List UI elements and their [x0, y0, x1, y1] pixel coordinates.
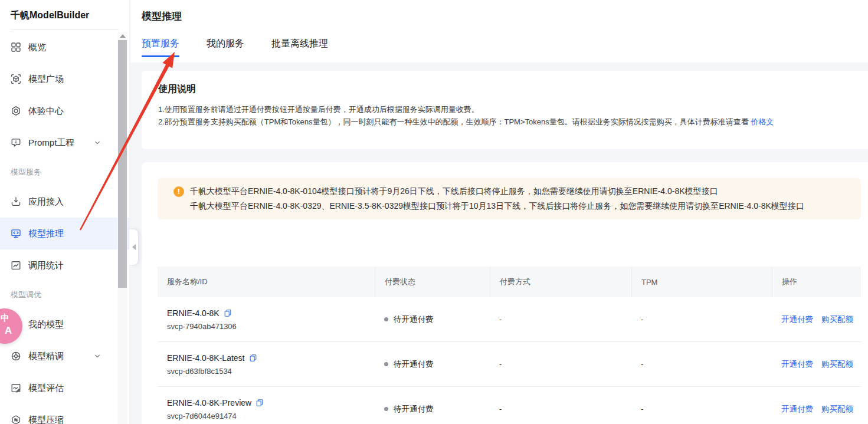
service-name: ERNIE-4.0-8K-Latest	[167, 353, 245, 363]
notice-line: 千帆大模型平台ERNIE-4.0-8K-0329、ERNIE-3.5-8K-03…	[190, 199, 851, 213]
row-actions: 开通付费购买配额	[772, 314, 861, 325]
table-header-row: 服务名称/ID付费状态付费方式TPM操作	[158, 267, 861, 297]
sidebar-item-app-access[interactable]: 应用接入	[0, 186, 129, 218]
table-column-header: 付费状态	[375, 267, 490, 297]
services-table: 服务名称/ID付费状态付费方式TPM操作 ERNIE-4.0-8K svcp-7…	[158, 267, 861, 424]
sidebar-scrollbar[interactable]	[117, 32, 127, 424]
usage-line-1: 1.使用预置服务前请通过开通付费按钮开通按量后付费，开通成功后根据服务实际调用量…	[158, 103, 856, 116]
sidebar-item-label: 模型广场	[28, 74, 64, 85]
app-access-icon	[11, 196, 21, 207]
action-link[interactable]: 开通付费	[781, 314, 813, 325]
page-header: 模型推理 预置服务我的服务批量离线推理	[130, 0, 868, 63]
sidebar-item-experience-center[interactable]: 体验中心	[0, 95, 129, 127]
table-column-header: 付费方式	[490, 267, 631, 297]
sidebar-section-label: 模型服务	[0, 159, 129, 186]
tpm-value: -	[631, 360, 772, 369]
call-stats-icon	[11, 260, 21, 271]
sidebar-item-overview-grid[interactable]: 概览	[0, 31, 129, 63]
status-dot-icon	[384, 362, 388, 366]
translate-zh-label: 中	[1, 313, 9, 324]
payment-method: -	[490, 315, 631, 324]
scroll-up-icon	[120, 34, 126, 38]
service-id: svcp-7d6044e91474	[167, 412, 375, 420]
service-id: svcp-d63fbf8c1534	[167, 367, 375, 376]
chevron-down-icon	[94, 139, 101, 146]
action-link[interactable]: 购买配额	[821, 314, 853, 325]
row-actions: 开通付费购买配额	[772, 404, 861, 415]
sidebar-item-label: 模型评估	[28, 383, 64, 394]
usage-line-2-text: 2.部分预置服务支持购买配额（TPM和Tokens量包），同一时刻只能有一种生效…	[158, 117, 751, 126]
deprecation-notice-banner: ! 千帆大模型平台ERNIE-4.0-8K-0104模型接口预计将于9月26日下…	[158, 178, 861, 219]
table-column-header: 操作	[772, 267, 861, 297]
finetune-icon	[11, 351, 21, 361]
pricing-doc-link[interactable]: 价格文	[751, 117, 774, 126]
scrollbar-thumb[interactable]	[118, 40, 127, 288]
tab-1[interactable]: 预置服务	[142, 37, 179, 57]
notice-line: 千帆大模型平台ERNIE-4.0-8K-0104模型接口预计将于9月26日下线，…	[190, 184, 851, 199]
sidebar-item-model-inference[interactable]: 模型推理	[0, 218, 129, 249]
sidebar-item-compression[interactable]: 模型压缩	[0, 404, 129, 424]
sidebar-item-label: 模型压缩	[28, 415, 64, 424]
usage-card: 使用说明 1.使用预置服务前请通过开通付费按钮开通按量后付费，开通成功后根据服务…	[142, 71, 868, 149]
tab-2[interactable]: 我的服务	[207, 37, 244, 57]
table-row: ERNIE-4.0-8K-Preview svcp-7d6044e91474 待…	[158, 387, 861, 424]
action-link[interactable]: 开通付费	[781, 404, 813, 415]
evaluation-icon	[11, 383, 21, 393]
overview-grid-icon	[11, 42, 21, 52]
usage-line-2: 2.部分预置服务支持购买配额（TPM和Tokens量包），同一时刻只能有一种生效…	[158, 116, 856, 128]
sidebar-item-label: 模型精调	[28, 351, 64, 362]
sidebar-item-label: 模型推理	[28, 228, 64, 239]
tab-3[interactable]: 批量离线推理	[271, 37, 328, 57]
table-row: ERNIE-4.0-8K svcp-7940ab471306 待开通付费 - -…	[158, 297, 861, 342]
translate-en-label: A	[5, 325, 12, 337]
tpm-value: -	[631, 405, 772, 413]
sidebar-item-label: 体验中心	[28, 106, 64, 117]
warning-icon: !	[173, 186, 184, 197]
services-card: ! 千帆大模型平台ERNIE-4.0-8K-0104模型接口预计将于9月26日下…	[142, 162, 868, 424]
sidebar-item-label: 应用接入	[28, 196, 64, 208]
service-name: ERNIE-4.0-8K-Preview	[167, 398, 251, 407]
sidebar-item-evaluation[interactable]: 模型评估	[0, 372, 129, 404]
copy-icon[interactable]	[224, 309, 232, 317]
table-column-header: TPM	[631, 267, 772, 297]
copy-icon[interactable]	[249, 354, 257, 362]
sidebar-item-label: 概览	[28, 42, 46, 53]
app-logo: 千帆ModelBuilder	[0, 0, 129, 22]
chevron-down-icon	[94, 353, 101, 360]
sidebar-item-label: Prompt工程	[28, 137, 74, 149]
prompt-engineering-icon	[11, 137, 21, 148]
sidebar-section-label: 模型调优	[0, 281, 129, 308]
sidebar-item-label: 我的模型	[28, 319, 64, 330]
usage-title: 使用说明	[158, 83, 856, 96]
sidebar-item-call-stats[interactable]: 调用统计	[0, 249, 129, 281]
sidebar-collapse-handle[interactable]	[129, 229, 138, 265]
sidebar-item-prompt-engineering[interactable]: Prompt工程	[0, 127, 129, 159]
sidebar-item-finetune[interactable]: 模型精调	[0, 340, 129, 372]
payment-method: -	[490, 405, 631, 413]
model-plaza-icon	[11, 74, 21, 84]
table-row: ERNIE-4.0-8K-Latest svcp-d63fbf8c1534 待开…	[158, 342, 861, 387]
tpm-value: -	[631, 315, 772, 324]
table-column-header: 服务名称/ID	[158, 267, 375, 297]
sidebar-nav: 概览 模型广场 体验中心 Prompt工程 模型服务 应用接入 模型推理 调用统…	[0, 30, 129, 424]
action-link[interactable]: 开通付费	[781, 359, 813, 370]
sidebar-item-model-plaza[interactable]: 模型广场	[0, 63, 129, 95]
tab-bar: 预置服务我的服务批量离线推理	[142, 37, 328, 57]
status-dot-icon	[384, 407, 388, 411]
service-name: ERNIE-4.0-8K	[167, 308, 220, 318]
copy-icon[interactable]	[256, 399, 264, 407]
service-id: svcp-7940ab471306	[167, 322, 375, 331]
action-link[interactable]: 购买配额	[821, 359, 853, 370]
compression-icon	[11, 415, 21, 424]
sidebar: 千帆ModelBuilder 概览 模型广场 体验中心 Prompt工程 模型服…	[0, 0, 130, 424]
experience-center-icon	[11, 106, 21, 116]
payment-method: -	[490, 360, 631, 369]
sidebar-item-label: 调用统计	[28, 260, 64, 271]
row-actions: 开通付费购买配额	[772, 359, 861, 370]
scrollbar-up-button[interactable]	[117, 32, 127, 40]
status-dot-icon	[384, 317, 388, 321]
payment-status: 待开通付费	[394, 314, 434, 325]
action-link[interactable]: 购买配额	[821, 404, 853, 415]
model-inference-icon	[11, 228, 21, 239]
payment-status: 待开通付费	[394, 404, 434, 415]
